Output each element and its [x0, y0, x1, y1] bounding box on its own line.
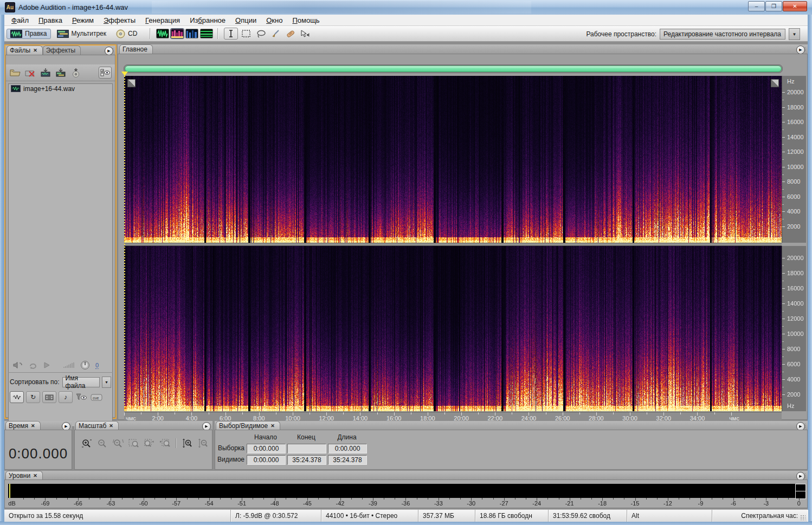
menu-item-3[interactable]: Режим	[67, 15, 99, 25]
zoom-in-left-edge-button[interactable]: ◂	[142, 437, 157, 449]
lasso-selection-tool[interactable]	[254, 28, 267, 39]
svg-text:◂: ◂	[152, 439, 154, 443]
tab-close-icon[interactable]: ✕	[270, 423, 275, 429]
insert-into-multitrack-button[interactable]	[55, 67, 67, 78]
frequency-tick	[782, 273, 785, 274]
close-file-button[interactable]	[24, 67, 36, 78]
zoom-out-horizontal-button[interactable]	[95, 437, 109, 449]
status-item-5: 18.86 ГБ свободн	[475, 510, 549, 522]
zoom-out-vertical-button[interactable]	[195, 437, 210, 449]
frequency-tick-label: 10000	[787, 164, 804, 170]
workspace-label: Рабочее пространство:	[586, 30, 656, 38]
marquee-selection-tool[interactable]	[240, 28, 253, 39]
frequency-ruler-right-channel[interactable]: Hz20000180001600014000120001000080006000…	[782, 246, 806, 411]
time-panel: Время ✕ ▶ 0:00.000	[4, 421, 72, 470]
main-panel-menu-button[interactable]: ▶	[796, 46, 805, 54]
insert-into-cd-button[interactable]	[70, 67, 82, 78]
spectral-phase-display-button[interactable]	[200, 29, 213, 38]
show-options-toggle[interactable]	[99, 67, 112, 79]
selection-length-field[interactable]: 0:00.000	[328, 444, 367, 453]
time-selection-tool[interactable]	[224, 28, 238, 40]
effects-paintbrush-tool[interactable]	[269, 28, 282, 39]
tab-close-icon[interactable]: ✕	[109, 423, 113, 429]
file-list-item[interactable]: image+16-44.wav	[9, 84, 112, 93]
insert-into-edit-view-button[interactable]	[40, 67, 51, 78]
waveform-display-button[interactable]	[156, 29, 169, 38]
db-tick	[515, 498, 515, 500]
selection-end-field[interactable]	[287, 444, 326, 453]
selection-start-field[interactable]: 0:00.000	[247, 444, 286, 453]
tab-close-icon[interactable]: ✕	[33, 473, 37, 478]
menu-item-2[interactable]: Правка	[34, 15, 67, 25]
menu-item-8[interactable]: Окно	[261, 15, 287, 25]
show-video-files-toggle[interactable]	[42, 391, 56, 403]
tab-files[interactable]: Файлы ✕	[7, 46, 43, 55]
resize-grip-icon[interactable]	[800, 515, 805, 520]
spot-healing-brush-tool[interactable]	[283, 28, 297, 39]
play-preview-icon[interactable]	[44, 362, 50, 368]
multitrack-view-button[interactable]: Мультитрек	[53, 29, 110, 39]
menu-item-4[interactable]: Эффекты	[99, 15, 140, 25]
menu-item-5[interactable]: Генерация	[140, 15, 185, 25]
menu-item-9[interactable]: Помощь	[287, 15, 324, 25]
tab-close-icon[interactable]: ✕	[33, 48, 37, 53]
view-end-field[interactable]: 35:24.378	[287, 455, 326, 465]
tab-selection-view[interactable]: Выбор/Видимое ✕	[216, 421, 280, 430]
scrub-tool[interactable]	[298, 28, 311, 39]
frequency-tick-label: 14000	[787, 300, 804, 307]
playhead-line[interactable]	[124, 76, 125, 411]
level-meter[interactable]	[8, 484, 795, 498]
view-start-field[interactable]: 0:00.000	[247, 455, 286, 465]
playhead-marker-top-icon[interactable]	[121, 72, 128, 76]
maximize-button[interactable]: ❐	[765, 1, 782, 11]
tab-main[interactable]: Главное	[119, 44, 153, 54]
cd-view-button[interactable]: CD	[112, 28, 141, 40]
menu-item-6[interactable]: Избранное	[185, 15, 230, 25]
zoom-to-selection-button[interactable]	[126, 437, 141, 449]
menu-item-7[interactable]: Опции	[230, 15, 261, 25]
tab-levels[interactable]: Уровни ✕	[5, 471, 43, 480]
zoom-in-vertical-button[interactable]	[179, 437, 194, 449]
workspace-dropdown-arrow-icon[interactable]: ▼	[789, 28, 800, 40]
loop-playback-icon[interactable]	[29, 362, 38, 369]
spectrogram-canvas[interactable]	[124, 76, 782, 411]
files-panel-menu-button[interactable]: ▶	[105, 47, 113, 55]
zoom-in-right-edge-button[interactable]: ▸	[158, 437, 172, 449]
workspace-select[interactable]: Редактирование частотного интервала	[660, 29, 785, 40]
sort-select[interactable]: Имя файла	[62, 377, 100, 387]
view-length-field[interactable]: 35:24.378	[328, 455, 367, 465]
show-audio-files-toggle[interactable]	[10, 391, 24, 403]
zoom-out-full-button[interactable]	[111, 437, 125, 449]
zoom-in-horizontal-button[interactable]	[79, 437, 94, 449]
spectral-frequency-display-button[interactable]	[171, 29, 184, 38]
tab-time[interactable]: Время ✕	[5, 421, 41, 430]
menu-item-1[interactable]: Файл	[7, 15, 34, 25]
title-bar[interactable]: Au Adobe Audition - image+16-44.wav – ❐ …	[0, 0, 812, 15]
preview-volume-knob[interactable]	[80, 360, 90, 370]
tab-close-icon[interactable]: ✕	[31, 423, 35, 429]
horizontal-scrollbar[interactable]	[124, 64, 783, 73]
sort-dropdown-arrow-icon[interactable]: ▼	[102, 377, 111, 388]
frequency-tick	[782, 394, 785, 395]
import-file-button[interactable]	[9, 67, 21, 78]
preview-volume-meter-icon[interactable]	[63, 362, 75, 368]
tab-zoom[interactable]: Масштаб ✕	[75, 421, 119, 430]
show-midi-files-toggle[interactable]: ♪	[59, 391, 73, 403]
clip-indicator[interactable]	[795, 484, 806, 499]
minimize-button[interactable]: –	[748, 1, 765, 11]
time-tick	[444, 412, 445, 414]
tab-effects[interactable]: Эффекты	[43, 46, 81, 55]
channel-corner-handle-right-icon[interactable]	[771, 79, 779, 87]
edit-view-button[interactable]: Правка	[7, 29, 51, 39]
close-button[interactable]: ✕	[783, 1, 807, 11]
frequency-tick	[782, 288, 785, 289]
cue-list-button[interactable]: cue	[90, 392, 103, 403]
filter-options-button[interactable]	[75, 392, 88, 403]
frequency-ruler-left-channel[interactable]: Hz20000180001600014000120001000080006000…	[782, 76, 806, 243]
preview-level-value[interactable]: 0	[95, 362, 99, 369]
channel-corner-handle-left-icon[interactable]	[127, 79, 136, 87]
spectral-pan-display-button[interactable]	[185, 29, 198, 38]
horizontal-scrollbar-thumb[interactable]	[125, 66, 782, 72]
show-loop-files-toggle[interactable]: ↻	[26, 391, 40, 403]
auto-play-icon[interactable]	[12, 361, 23, 369]
